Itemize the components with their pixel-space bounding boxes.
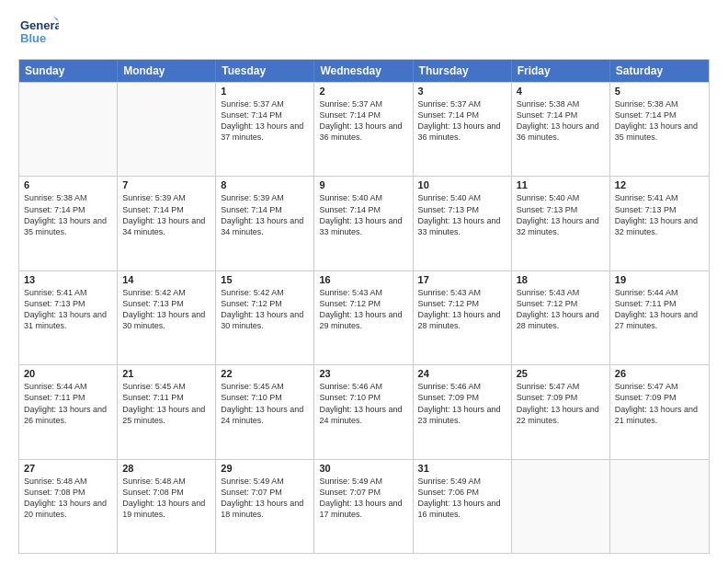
- day-info: Sunrise: 5:40 AM Sunset: 7:14 PM Dayligh…: [319, 192, 407, 237]
- cal-cell: 29 Sunrise: 5:49 AM Sunset: 7:07 PM Dayl…: [216, 460, 314, 553]
- day-info: Sunrise: 5:46 AM Sunset: 7:09 PM Dayligh…: [418, 381, 506, 426]
- cal-cell: 1 Sunrise: 5:37 AM Sunset: 7:14 PM Dayli…: [216, 83, 314, 176]
- svg-text:General: General: [20, 18, 59, 32]
- day-number: 5: [615, 86, 704, 97]
- cal-cell: 4 Sunrise: 5:38 AM Sunset: 7:14 PM Dayli…: [512, 83, 610, 176]
- cal-header-thursday: Thursday: [414, 60, 512, 82]
- cal-header-sunday: Sunday: [19, 60, 118, 82]
- cal-cell: 21 Sunrise: 5:45 AM Sunset: 7:11 PM Dayl…: [118, 365, 216, 458]
- day-info: Sunrise: 5:42 AM Sunset: 7:13 PM Dayligh…: [122, 287, 210, 332]
- day-number: 19: [615, 274, 704, 285]
- page: General Blue SundayMondayTuesdayWednesda…: [0, 0, 728, 563]
- header: General Blue: [18, 15, 710, 50]
- day-info: Sunrise: 5:44 AM Sunset: 7:11 PM Dayligh…: [615, 287, 704, 332]
- cal-cell: 18 Sunrise: 5:43 AM Sunset: 7:12 PM Dayl…: [512, 271, 610, 364]
- cal-cell: 11 Sunrise: 5:40 AM Sunset: 7:13 PM Dayl…: [512, 177, 610, 270]
- cal-cell: [512, 460, 610, 553]
- day-number: 16: [319, 274, 407, 285]
- day-number: 11: [517, 179, 605, 190]
- day-info: Sunrise: 5:44 AM Sunset: 7:11 PM Dayligh…: [24, 381, 112, 426]
- day-number: 31: [418, 463, 506, 474]
- cal-cell: 9 Sunrise: 5:40 AM Sunset: 7:14 PM Dayli…: [314, 177, 413, 270]
- logo-svg: General Blue: [18, 15, 59, 50]
- cal-week-3: 13 Sunrise: 5:41 AM Sunset: 7:13 PM Dayl…: [19, 270, 709, 364]
- cal-cell: 5 Sunrise: 5:38 AM Sunset: 7:14 PM Dayli…: [610, 83, 709, 176]
- day-info: Sunrise: 5:48 AM Sunset: 7:08 PM Dayligh…: [24, 476, 112, 521]
- day-info: Sunrise: 5:47 AM Sunset: 7:09 PM Dayligh…: [517, 381, 605, 426]
- cal-cell: 12 Sunrise: 5:41 AM Sunset: 7:13 PM Dayl…: [610, 177, 709, 270]
- cal-cell: 7 Sunrise: 5:39 AM Sunset: 7:14 PM Dayli…: [118, 177, 216, 270]
- day-number: 28: [122, 463, 210, 474]
- cal-cell: 20 Sunrise: 5:44 AM Sunset: 7:11 PM Dayl…: [19, 365, 118, 458]
- day-info: Sunrise: 5:48 AM Sunset: 7:08 PM Dayligh…: [122, 476, 210, 521]
- day-info: Sunrise: 5:49 AM Sunset: 7:07 PM Dayligh…: [221, 476, 309, 521]
- cal-header-friday: Friday: [512, 60, 610, 82]
- day-info: Sunrise: 5:40 AM Sunset: 7:13 PM Dayligh…: [418, 192, 506, 237]
- cal-week-2: 6 Sunrise: 5:38 AM Sunset: 7:14 PM Dayli…: [19, 176, 709, 270]
- day-number: 10: [418, 179, 506, 190]
- cal-cell: 22 Sunrise: 5:45 AM Sunset: 7:10 PM Dayl…: [216, 365, 314, 458]
- cal-header-tuesday: Tuesday: [216, 60, 314, 82]
- svg-text:Blue: Blue: [20, 31, 46, 45]
- cal-cell: [118, 83, 216, 176]
- day-number: 6: [24, 179, 112, 190]
- day-number: 8: [221, 179, 309, 190]
- cal-cell: 19 Sunrise: 5:44 AM Sunset: 7:11 PM Dayl…: [610, 271, 709, 364]
- day-number: 12: [615, 179, 704, 190]
- day-number: 27: [24, 463, 112, 474]
- day-info: Sunrise: 5:45 AM Sunset: 7:11 PM Dayligh…: [122, 381, 210, 426]
- day-number: 9: [319, 179, 407, 190]
- cal-week-1: 1 Sunrise: 5:37 AM Sunset: 7:14 PM Dayli…: [19, 82, 709, 176]
- day-number: 18: [517, 274, 605, 285]
- cal-header-wednesday: Wednesday: [314, 60, 413, 82]
- cal-cell: 3 Sunrise: 5:37 AM Sunset: 7:14 PM Dayli…: [414, 83, 512, 176]
- day-number: 29: [221, 463, 309, 474]
- day-number: 21: [122, 368, 210, 379]
- cal-cell: 31 Sunrise: 5:49 AM Sunset: 7:06 PM Dayl…: [414, 460, 512, 553]
- cal-cell: 13 Sunrise: 5:41 AM Sunset: 7:13 PM Dayl…: [19, 271, 118, 364]
- cal-cell: 8 Sunrise: 5:39 AM Sunset: 7:14 PM Dayli…: [216, 177, 314, 270]
- day-number: 30: [319, 463, 407, 474]
- day-number: 1: [221, 86, 309, 97]
- day-info: Sunrise: 5:37 AM Sunset: 7:14 PM Dayligh…: [418, 98, 506, 144]
- day-number: 13: [24, 274, 112, 285]
- day-info: Sunrise: 5:37 AM Sunset: 7:14 PM Dayligh…: [319, 98, 407, 144]
- cal-header-monday: Monday: [118, 60, 216, 82]
- calendar: SundayMondayTuesdayWednesdayThursdayFrid…: [18, 59, 710, 554]
- day-info: Sunrise: 5:46 AM Sunset: 7:10 PM Dayligh…: [319, 381, 407, 426]
- cal-cell: [610, 460, 709, 553]
- logo: General Blue: [18, 15, 59, 50]
- day-number: 3: [418, 86, 506, 97]
- day-info: Sunrise: 5:37 AM Sunset: 7:14 PM Dayligh…: [221, 98, 309, 144]
- cal-cell: 6 Sunrise: 5:38 AM Sunset: 7:14 PM Dayli…: [19, 177, 118, 270]
- day-number: 2: [319, 86, 407, 97]
- cal-cell: 10 Sunrise: 5:40 AM Sunset: 7:13 PM Dayl…: [414, 177, 512, 270]
- day-number: 17: [418, 274, 506, 285]
- cal-cell: 16 Sunrise: 5:43 AM Sunset: 7:12 PM Dayl…: [314, 271, 413, 364]
- day-info: Sunrise: 5:38 AM Sunset: 7:14 PM Dayligh…: [517, 98, 605, 144]
- day-info: Sunrise: 5:43 AM Sunset: 7:12 PM Dayligh…: [319, 287, 407, 332]
- day-info: Sunrise: 5:47 AM Sunset: 7:09 PM Dayligh…: [615, 381, 704, 426]
- day-info: Sunrise: 5:38 AM Sunset: 7:14 PM Dayligh…: [24, 192, 112, 237]
- day-number: 22: [221, 368, 309, 379]
- cal-cell: 26 Sunrise: 5:47 AM Sunset: 7:09 PM Dayl…: [610, 365, 709, 458]
- day-number: 20: [24, 368, 112, 379]
- cal-cell: 27 Sunrise: 5:48 AM Sunset: 7:08 PM Dayl…: [19, 460, 118, 553]
- day-number: 25: [517, 368, 605, 379]
- cal-cell: 28 Sunrise: 5:48 AM Sunset: 7:08 PM Dayl…: [118, 460, 216, 553]
- cal-cell: 23 Sunrise: 5:46 AM Sunset: 7:10 PM Dayl…: [314, 365, 413, 458]
- day-info: Sunrise: 5:49 AM Sunset: 7:06 PM Dayligh…: [418, 476, 506, 521]
- calendar-body: 1 Sunrise: 5:37 AM Sunset: 7:14 PM Dayli…: [19, 82, 709, 553]
- cal-cell: [19, 83, 118, 176]
- cal-cell: 17 Sunrise: 5:43 AM Sunset: 7:12 PM Dayl…: [414, 271, 512, 364]
- day-number: 15: [221, 274, 309, 285]
- day-number: 7: [122, 179, 210, 190]
- day-number: 14: [122, 274, 210, 285]
- day-number: 4: [517, 86, 605, 97]
- day-info: Sunrise: 5:49 AM Sunset: 7:07 PM Dayligh…: [319, 476, 407, 521]
- calendar-header: SundayMondayTuesdayWednesdayThursdayFrid…: [19, 60, 709, 82]
- day-info: Sunrise: 5:40 AM Sunset: 7:13 PM Dayligh…: [517, 192, 605, 237]
- day-info: Sunrise: 5:43 AM Sunset: 7:12 PM Dayligh…: [517, 287, 605, 332]
- day-info: Sunrise: 5:41 AM Sunset: 7:13 PM Dayligh…: [24, 287, 112, 332]
- day-info: Sunrise: 5:42 AM Sunset: 7:12 PM Dayligh…: [221, 287, 309, 332]
